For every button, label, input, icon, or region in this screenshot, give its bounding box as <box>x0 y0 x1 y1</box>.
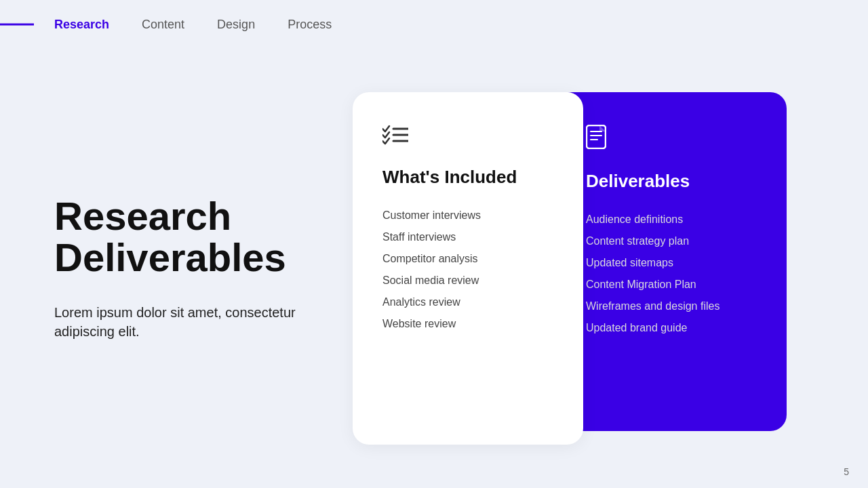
list-item: Staff interviews <box>382 231 553 243</box>
checklist-icon <box>382 125 553 150</box>
nav-item-research[interactable]: Research <box>54 18 109 32</box>
list-item: Competitor analysis <box>382 253 553 265</box>
list-item: Audience definitions <box>586 214 757 226</box>
nav-item-content[interactable]: Content <box>142 18 184 32</box>
main-content: Research Deliverables Lorem ipsum dolor … <box>0 49 868 488</box>
list-item: Updated brand guide <box>586 322 757 334</box>
nav-item-design[interactable]: Design <box>217 18 255 32</box>
list-item: Social media review <box>382 274 553 287</box>
page-number: 5 <box>844 466 849 477</box>
list-item: Content Migration Plan <box>586 279 757 291</box>
hero-section: Research Deliverables Lorem ipsum dolor … <box>54 196 312 341</box>
accent-line <box>0 24 34 26</box>
page-subtitle: Lorem ipsum dolor sit amet, consectetur … <box>54 303 312 341</box>
deliverables-card: Deliverables Audience definitions Conten… <box>556 92 787 431</box>
navigation: Research Content Design Process <box>0 0 868 49</box>
page-title: Research Deliverables <box>54 196 312 279</box>
nav-items: Research Content Design Process <box>54 18 332 32</box>
document-icon <box>586 125 757 155</box>
list-item: Website review <box>382 318 553 330</box>
list-item: Wireframes and design files <box>586 300 757 312</box>
whats-included-title: What's Included <box>382 167 553 188</box>
list-item: Content strategy plan <box>586 235 757 247</box>
nav-item-process[interactable]: Process <box>288 18 332 32</box>
deliverables-title: Deliverables <box>586 171 757 192</box>
whats-included-list: Customer interviews Staff interviews Com… <box>382 209 553 330</box>
deliverables-list: Audience definitions Content strategy pl… <box>586 214 757 334</box>
list-item: Analytics review <box>382 296 553 308</box>
cards-container: What's Included Customer interviews Staf… <box>353 92 814 445</box>
list-item: Updated sitemaps <box>586 257 757 269</box>
whats-included-card: What's Included Customer interviews Staf… <box>353 92 583 445</box>
list-item: Customer interviews <box>382 209 553 222</box>
